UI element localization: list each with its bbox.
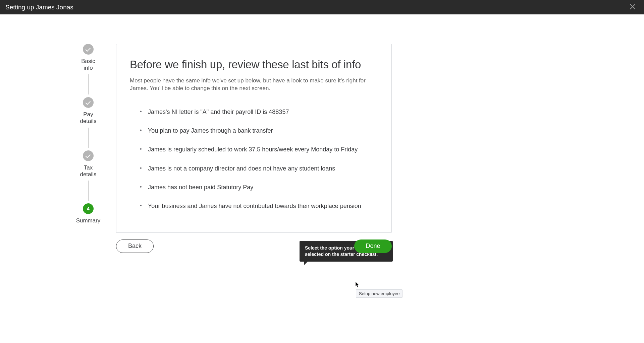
step-label: Pay details bbox=[80, 111, 96, 125]
review-list: James's NI letter is "A" and their payro… bbox=[130, 102, 378, 216]
panel-container: Before we finish up, review these last b… bbox=[116, 44, 392, 253]
panel-subtext: Most people have the same info we've set… bbox=[130, 77, 378, 92]
modal-header: Setting up James Jonas bbox=[0, 0, 644, 14]
step-tax-details: Tax details bbox=[80, 150, 96, 178]
action-bar: Back Done bbox=[116, 239, 392, 253]
step-indicator-done bbox=[83, 150, 94, 161]
step-label: Summary bbox=[76, 217, 101, 224]
summary-panel: Before we finish up, review these last b… bbox=[116, 44, 392, 233]
step-connector bbox=[88, 181, 89, 201]
list-item: James is regularly scheduled to work 37.… bbox=[140, 140, 378, 159]
close-button[interactable] bbox=[627, 1, 639, 13]
panel-heading: Before we finish up, review these last b… bbox=[130, 58, 378, 71]
list-item: James is not a company director and does… bbox=[140, 159, 378, 178]
step-pay-details: Pay details bbox=[80, 97, 96, 125]
list-item: James's NI letter is "A" and their payro… bbox=[140, 102, 378, 121]
main-content: Basic info Pay details Tax details 4 Sum… bbox=[0, 14, 644, 253]
checkmark-icon bbox=[85, 153, 91, 158]
progress-stepper: Basic info Pay details Tax details 4 Sum… bbox=[66, 44, 110, 253]
mouse-cursor-icon bbox=[356, 282, 360, 288]
checkmark-icon bbox=[85, 47, 91, 52]
back-button[interactable]: Back bbox=[116, 239, 154, 253]
step-indicator-done bbox=[83, 97, 94, 108]
step-label: Tax details bbox=[80, 164, 96, 178]
step-connector bbox=[88, 74, 89, 94]
hover-tooltip: Setup new employee bbox=[356, 289, 402, 298]
step-summary: 4 Summary bbox=[76, 203, 101, 224]
step-label: Basic info bbox=[81, 58, 95, 72]
step-indicator-done bbox=[83, 44, 94, 55]
close-icon bbox=[629, 3, 636, 12]
done-button[interactable]: Done bbox=[354, 239, 392, 253]
step-connector bbox=[88, 128, 89, 148]
checkmark-icon bbox=[85, 99, 91, 105]
step-basic-info: Basic info bbox=[81, 44, 95, 72]
list-item: You plan to pay James through a bank tra… bbox=[140, 121, 378, 140]
list-item: James has not been paid Statutory Pay bbox=[140, 178, 378, 197]
step-indicator-active: 4 bbox=[83, 203, 94, 214]
modal-title: Setting up James Jonas bbox=[5, 4, 73, 11]
list-item: Your business and James have not contrib… bbox=[140, 197, 378, 215]
